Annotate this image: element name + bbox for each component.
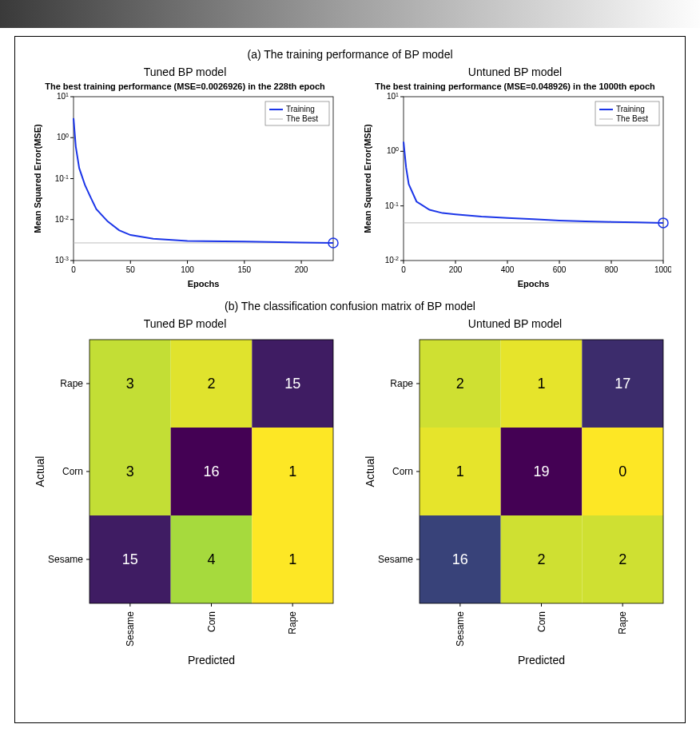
svg-text:Corn: Corn	[62, 466, 82, 477]
svg-text:Sesame: Sesame	[47, 554, 82, 565]
svg-text:600: 600	[552, 265, 566, 274]
svg-text:1: 1	[288, 551, 296, 567]
svg-text:2: 2	[207, 376, 215, 392]
svg-text:Mean Squared Error(MSE): Mean Squared Error(MSE)	[33, 124, 42, 233]
svg-text:150: 150	[237, 265, 251, 274]
svg-text:50: 50	[125, 265, 135, 274]
svg-text:3: 3	[125, 463, 133, 479]
svg-text:Sesame: Sesame	[454, 611, 465, 647]
svg-text:101: 101	[386, 93, 398, 101]
svg-text:100: 100	[181, 265, 194, 274]
svg-text:Actual: Actual	[364, 456, 376, 487]
svg-text:2: 2	[618, 551, 626, 567]
confusion-matrix-tuned: 321531611541RapeCornSesameSesameCornRape…	[30, 332, 341, 675]
svg-text:2: 2	[537, 551, 545, 567]
svg-text:The Best: The Best	[616, 114, 648, 123]
svg-text:Actual: Actual	[34, 456, 46, 487]
subtitle-b-right: Untuned BP model	[350, 317, 680, 330]
svg-text:200: 200	[448, 265, 462, 274]
svg-text:10-2: 10-2	[384, 256, 398, 265]
svg-text:10-1: 10-1	[384, 201, 398, 210]
svg-text:15: 15	[284, 376, 300, 392]
svg-text:1: 1	[537, 376, 545, 392]
top-gradient-bar	[0, 0, 700, 28]
svg-text:0: 0	[401, 265, 406, 274]
svg-text:Rape: Rape	[617, 611, 628, 635]
subtitle-a-right: Untuned BP model	[350, 66, 680, 78]
section-a-title: (a) The training performance of BP model	[20, 48, 680, 61]
svg-text:2: 2	[455, 376, 463, 392]
subtitle-a-left: Tuned BP model	[20, 66, 350, 78]
svg-text:1: 1	[455, 463, 463, 479]
svg-text:0: 0	[71, 265, 76, 274]
svg-text:The Best: The Best	[286, 114, 318, 123]
svg-text:Predicted: Predicted	[187, 654, 234, 666]
svg-text:Rape: Rape	[60, 378, 83, 389]
plot-title-tuned: The best training performance (MSE=0.002…	[30, 82, 341, 91]
svg-text:400: 400	[500, 265, 514, 274]
svg-text:16: 16	[203, 463, 219, 479]
plot-title-untuned: The best training performance (MSE=0.048…	[360, 82, 671, 91]
svg-text:Corn: Corn	[392, 466, 412, 477]
svg-text:Predicted: Predicted	[517, 654, 564, 666]
svg-text:Sesame: Sesame	[377, 554, 412, 565]
subtitle-b-left: Tuned BP model	[20, 317, 350, 330]
confusion-matrix-untuned: 211711901622RapeCornSesameSesameCornRape…	[360, 332, 671, 675]
svg-text:Corn: Corn	[205, 611, 217, 632]
svg-text:101: 101	[56, 93, 68, 101]
svg-text:Mean Squared Error(MSE): Mean Squared Error(MSE)	[363, 124, 372, 233]
svg-text:1000: 1000	[654, 265, 670, 274]
svg-text:4: 4	[207, 551, 215, 567]
svg-text:Rape: Rape	[287, 611, 298, 635]
svg-text:10-2: 10-2	[54, 214, 68, 224]
svg-text:16: 16	[451, 551, 467, 567]
svg-text:19: 19	[533, 463, 549, 479]
svg-text:800: 800	[604, 265, 618, 274]
line-chart-untuned: The best training performance (MSE=0.048…	[360, 80, 671, 296]
svg-text:Corn: Corn	[535, 611, 547, 632]
svg-text:3: 3	[125, 376, 133, 392]
svg-text:10-3: 10-3	[54, 256, 68, 265]
svg-text:200: 200	[294, 265, 308, 274]
line-chart-tuned: The best training performance (MSE=0.002…	[30, 80, 341, 296]
svg-text:15: 15	[121, 551, 137, 567]
svg-text:100: 100	[386, 146, 398, 156]
svg-text:10-1: 10-1	[54, 173, 68, 183]
svg-text:17: 17	[614, 376, 630, 392]
svg-text:0: 0	[618, 463, 626, 479]
section-b-title: (b) The classification confusion matrix …	[20, 300, 680, 312]
svg-text:Sesame: Sesame	[124, 611, 135, 647]
svg-text:Training: Training	[616, 105, 645, 113]
svg-text:1: 1	[288, 463, 296, 479]
svg-text:Training: Training	[286, 105, 315, 113]
svg-text:Epochs: Epochs	[517, 279, 549, 288]
figure-frame: (a) The training performance of BP model…	[14, 36, 686, 723]
svg-text:Rape: Rape	[390, 378, 413, 389]
svg-text:100: 100	[56, 133, 68, 142]
svg-text:Epochs: Epochs	[187, 279, 219, 288]
